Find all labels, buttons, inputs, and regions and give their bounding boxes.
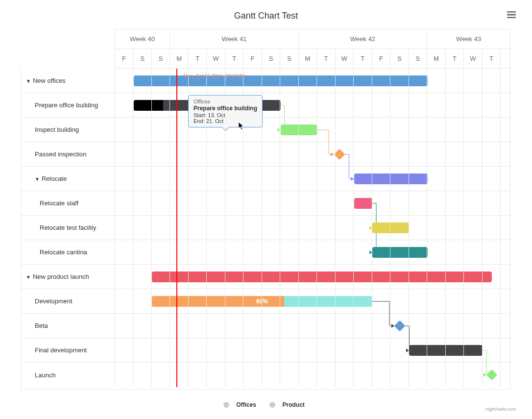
legend-label: Product — [282, 401, 304, 408]
legend-swatch-icon — [269, 402, 275, 408]
task-timeline — [115, 167, 510, 191]
task-row-label: Passed inspection — [21, 142, 115, 166]
gantt-body: Mon, Oct 15 2018, 07:48:3820%60% ▼New of… — [21, 69, 510, 387]
gantt-grid: Week 40Week 41Week 42Week 43 FSSMTWTFSSM… — [21, 29, 510, 390]
day-header-cell: S — [133, 49, 151, 68]
task-row: Development — [21, 289, 510, 314]
task-name-text: Inspect building — [35, 126, 79, 133]
tooltip-category: Offices — [193, 99, 257, 104]
header-corner-mask — [21, 29, 115, 69]
collapse-caret-icon: ▼ — [35, 176, 40, 182]
task-timeline — [115, 314, 510, 338]
day-header-cell: W — [207, 49, 225, 68]
task-row-label[interactable]: ▼New product launch — [21, 265, 115, 289]
task-row-label: Development — [21, 289, 115, 313]
legend-label: Offices — [236, 401, 256, 408]
task-row-label[interactable]: ▼Relocate — [21, 167, 115, 191]
task-name-text: Launch — [35, 371, 56, 379]
task-name-text: Relocate — [42, 175, 67, 182]
day-header-cell: S — [262, 49, 280, 68]
task-row: Final development — [21, 338, 510, 363]
task-row-label[interactable]: ▼New offices — [21, 69, 115, 93]
day-header-cell: S — [390, 49, 409, 68]
task-timeline — [115, 363, 510, 387]
task-timeline — [115, 265, 510, 289]
task-row-label: Beta — [21, 314, 115, 338]
cursor-icon — [238, 122, 245, 132]
task-row: ▼Relocate — [21, 167, 510, 191]
task-row: Passed inspection — [21, 142, 510, 167]
collapse-caret-icon: ▼ — [26, 274, 31, 280]
task-row-label: Final development — [21, 338, 115, 362]
task-timeline — [115, 191, 510, 215]
task-row: Beta — [21, 314, 510, 338]
task-row-label: Prepare office building — [21, 93, 115, 117]
chart-menu-button[interactable] — [507, 11, 516, 18]
tooltip-task-name: Prepare office building — [193, 105, 257, 112]
hamburger-icon — [507, 11, 516, 18]
task-row: Relocate cantina — [21, 240, 510, 265]
task-row-label: Launch — [21, 363, 115, 387]
legend-item-product[interactable]: Product — [269, 401, 308, 408]
day-header-cell: S — [409, 49, 427, 68]
task-timeline — [115, 118, 510, 142]
day-header-cell: W — [464, 49, 482, 68]
week-header-cell: Week 41 — [170, 29, 298, 49]
task-row-label: Relocate cantina — [21, 240, 115, 264]
chart-title: Gantt Chart Test — [0, 11, 532, 21]
task-name-text: Development — [35, 297, 73, 305]
task-timeline — [115, 69, 510, 93]
task-timeline — [115, 93, 510, 117]
task-name-text: Relocate staff — [40, 199, 78, 207]
task-name-text: Prepare office building — [35, 101, 98, 109]
task-timeline — [115, 216, 510, 240]
task-row-label: Relocate staff — [21, 191, 115, 215]
task-row-label: Relocate test facility — [21, 216, 115, 240]
day-header-cell: S — [280, 49, 298, 68]
task-timeline — [115, 142, 510, 166]
day-header-cell: F — [115, 49, 133, 68]
day-header-cell: T — [483, 49, 501, 68]
legend-item-offices[interactable]: Offices — [223, 401, 260, 408]
task-row: Launch — [21, 363, 510, 387]
week-header-cell: Week 43 — [427, 29, 510, 49]
task-name-text: New offices — [33, 77, 66, 84]
day-header-cell: S — [152, 49, 170, 68]
task-timeline — [115, 240, 510, 264]
legend: Offices Product — [0, 401, 532, 409]
week-header-cell: Week 40 — [115, 29, 170, 49]
day-header-cell: T — [317, 49, 335, 68]
task-name-text: New product launch — [33, 273, 89, 280]
week-header-cell: Week 42 — [299, 29, 427, 49]
task-row: ▼New product launch — [21, 265, 510, 289]
day-header-cell — [501, 49, 510, 68]
legend-swatch-icon — [223, 402, 229, 408]
day-header-cell: M — [170, 49, 188, 68]
day-header-cell: M — [299, 49, 317, 68]
task-row: Relocate test facility — [21, 216, 510, 240]
day-header-cell: M — [427, 49, 445, 68]
task-name-text: Relocate cantina — [40, 248, 87, 256]
task-row: Inspect building — [21, 118, 510, 142]
day-header-cell: F — [372, 49, 390, 68]
day-header-cell: T — [446, 49, 464, 68]
day-header-cell: T — [225, 49, 243, 68]
day-header-cell: W — [336, 49, 354, 68]
task-row: Relocate staff — [21, 191, 510, 216]
task-row: Prepare office building — [21, 93, 510, 118]
collapse-caret-icon: ▼ — [26, 78, 31, 84]
task-timeline — [115, 338, 510, 362]
credits-link[interactable]: Highcharts.com — [485, 407, 516, 412]
day-header-cell: T — [189, 49, 207, 68]
task-row-label: Inspect building — [21, 118, 115, 142]
tooltip-start: Start: 13. Oct — [193, 112, 257, 118]
day-header-cell: F — [243, 49, 262, 68]
tooltip-end: End: 21. Oct — [193, 118, 257, 124]
task-row: ▼New offices — [21, 69, 510, 93]
day-header-cell: T — [354, 49, 372, 68]
task-name-text: Final development — [35, 346, 87, 354]
task-name-text: Beta — [35, 322, 48, 329]
task-name-text: Passed inspection — [35, 150, 87, 158]
task-tooltip: Offices Prepare office building Start: 1… — [188, 95, 263, 127]
task-name-text: Relocate test facility — [40, 224, 97, 231]
